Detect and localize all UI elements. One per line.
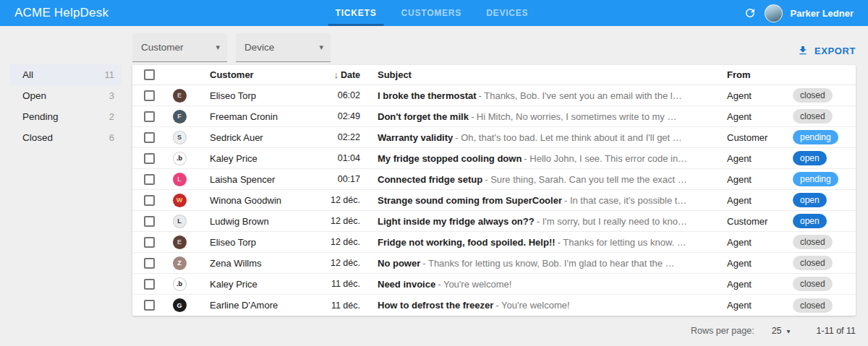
table-row[interactable]: W Winona Goodwin 12 déc. Strange sound c… — [132, 190, 856, 211]
subject-title: Strange sound coming from SuperCooler — [378, 195, 562, 206]
rows-per-page-value: 25 — [772, 326, 782, 336]
tab-label: TICKETS — [336, 8, 377, 18]
download-icon — [797, 45, 809, 56]
content: All 11 Open 3 Pending 2 Closed 6 Custome… — [0, 26, 868, 346]
row-checkbox[interactable] — [144, 174, 155, 185]
appbar-right: Parker Ledner — [744, 4, 868, 22]
row-checkbox[interactable] — [144, 237, 155, 248]
row-checkbox-cell — [132, 153, 161, 164]
subject-preview: - Thanks for letting us know. … — [558, 237, 686, 248]
table-row[interactable]: .b Kaley Price 01:04 My fridge stopped c… — [132, 148, 856, 169]
export-button[interactable]: EXPORT — [797, 45, 856, 56]
table-row[interactable]: L Laisha Spencer 00:17 Connected fridge … — [132, 169, 856, 190]
row-checkbox[interactable] — [144, 216, 155, 227]
sidebar-item-label: Open — [22, 90, 46, 101]
customer-avatar: Z — [173, 256, 187, 270]
header-customer: Customer — [197, 69, 324, 80]
subject-preview: - You're welcome! — [495, 300, 569, 311]
row-checkbox-cell — [132, 132, 161, 143]
appbar: ACME HelpDesk TICKETS CUSTOMERS DEVICES … — [0, 0, 868, 26]
table-row[interactable]: Z Zena Willms 12 déc. No power- Thanks f… — [132, 253, 856, 274]
ticket-from: Customer — [718, 216, 787, 227]
subject-title: Fridge not working, food spoiled. Help!! — [378, 237, 556, 248]
customer-name: Earline D'Amore — [197, 300, 324, 311]
subject-preview: - Hi Mitch, No worries, I sometimes writ… — [471, 111, 677, 122]
subject-title: I broke the thermostat — [378, 90, 477, 101]
sidebar-filter-item[interactable]: Open 3 — [10, 85, 122, 106]
sidebar-filter-item[interactable]: All 11 — [10, 64, 122, 85]
ticket-subject: Strange sound coming from SuperCooler- I… — [360, 195, 718, 206]
status-chip: closed — [793, 256, 833, 270]
sidebar-item-label: Pending — [22, 111, 59, 122]
table-row[interactable]: F Freeman Cronin 02:49 Don't forget the … — [132, 106, 856, 127]
refresh-icon[interactable] — [744, 7, 757, 20]
subject-preview: - You're welcome! — [438, 279, 511, 290]
ticket-from: Agent — [718, 279, 787, 290]
header-date[interactable]: ↓ Date — [324, 69, 360, 80]
status-chip: closed — [793, 88, 833, 103]
ticket-date: 01:04 — [324, 153, 360, 163]
app-title: ACME HelpDesk — [0, 6, 109, 20]
table-row[interactable]: E Eliseo Torp 12 déc. Fridge not working… — [132, 232, 856, 253]
ticket-date: 11 déc. — [324, 279, 360, 289]
customer-name: Ludwig Brown — [197, 216, 324, 227]
customer-avatar: E — [173, 89, 187, 103]
device-filter-label: Device — [244, 42, 274, 53]
table-row[interactable]: L Ludwig Brown 12 déc. Light inside my f… — [132, 211, 856, 232]
rows-per-page-select[interactable]: 25 ▾ — [772, 326, 791, 336]
ticket-status-cell: closed — [787, 109, 856, 124]
ticket-from: Agent — [718, 300, 787, 311]
appbar-tab[interactable]: CUSTOMERS — [388, 0, 474, 26]
chevron-down-icon: ▾ — [319, 43, 323, 52]
customer-avatar: W — [173, 194, 187, 207]
table-header-row: Customer ↓ Date Subject From — [132, 65, 856, 85]
appbar-tab[interactable]: TICKETS — [323, 0, 389, 26]
row-checkbox[interactable] — [144, 195, 155, 206]
status-chip: closed — [793, 277, 833, 291]
table-row[interactable]: E Eliseo Torp 06:02 I broke the thermost… — [132, 85, 856, 106]
ticket-status-cell: pending — [787, 172, 856, 186]
ticket-status-cell: closed — [787, 88, 856, 103]
row-avatar-cell: E — [161, 89, 197, 103]
status-filter-sidebar: All 11 Open 3 Pending 2 Closed 6 — [10, 64, 122, 346]
subject-title: Warranty validity — [378, 132, 453, 143]
subject-preview: - Oh, that's too bad. Let me think about… — [455, 132, 682, 143]
row-avatar-cell: L — [161, 173, 197, 186]
tab-label: CUSTOMERS — [401, 8, 461, 18]
ticket-status-cell: closed — [787, 298, 856, 313]
row-avatar-cell: W — [161, 194, 197, 207]
customer-avatar: S — [173, 131, 187, 144]
ticket-subject: Connected fridge setup- Sure thing, Sara… — [360, 174, 718, 185]
subject-preview: - I'm sorry, but I really need to kno… — [537, 216, 687, 227]
customer-name: Zena Willms — [197, 258, 324, 269]
row-checkbox[interactable] — [144, 258, 155, 269]
sidebar-filter-item[interactable]: Closed 6 — [10, 127, 122, 148]
subject-preview: - Hello John, I see. This error code in… — [524, 153, 687, 164]
customer-filter-select[interactable]: Customer ▾ — [132, 33, 227, 62]
user-avatar[interactable] — [765, 4, 783, 22]
ticket-subject: How to defrost the freezer- You're welco… — [360, 300, 718, 311]
appbar-tab[interactable]: DEVICES — [474, 0, 540, 26]
row-checkbox[interactable] — [144, 279, 155, 290]
row-checkbox[interactable] — [144, 153, 155, 164]
row-checkbox[interactable] — [144, 132, 155, 143]
row-checkbox[interactable] — [144, 90, 155, 101]
select-all-checkbox[interactable] — [144, 69, 155, 80]
ticket-status-cell: open — [787, 151, 856, 165]
ticket-subject: Need invoice- You're welcome! — [360, 279, 718, 290]
chevron-down-icon: ▾ — [787, 327, 791, 335]
row-checkbox[interactable] — [144, 300, 155, 311]
sidebar-filter-item[interactable]: Pending 2 — [10, 106, 122, 127]
ticket-from: Customer — [718, 132, 787, 143]
customer-filter-label: Customer — [141, 42, 184, 53]
customer-name: Kaley Price — [197, 279, 324, 290]
table-row[interactable]: S Sedrick Auer 02:22 Warranty validity- … — [132, 127, 856, 148]
ticket-date: 02:22 — [324, 132, 360, 142]
header-subject: Subject — [360, 69, 718, 80]
sidebar-item-count: 3 — [109, 90, 114, 101]
row-checkbox[interactable] — [144, 111, 155, 122]
sidebar-item-label: Closed — [22, 132, 53, 143]
table-row[interactable]: G Earline D'Amore 11 déc. How to defrost… — [132, 295, 856, 316]
device-filter-select[interactable]: Device ▾ — [236, 33, 331, 62]
table-row[interactable]: .b Kaley Price 11 déc. Need invoice- You… — [132, 274, 856, 295]
